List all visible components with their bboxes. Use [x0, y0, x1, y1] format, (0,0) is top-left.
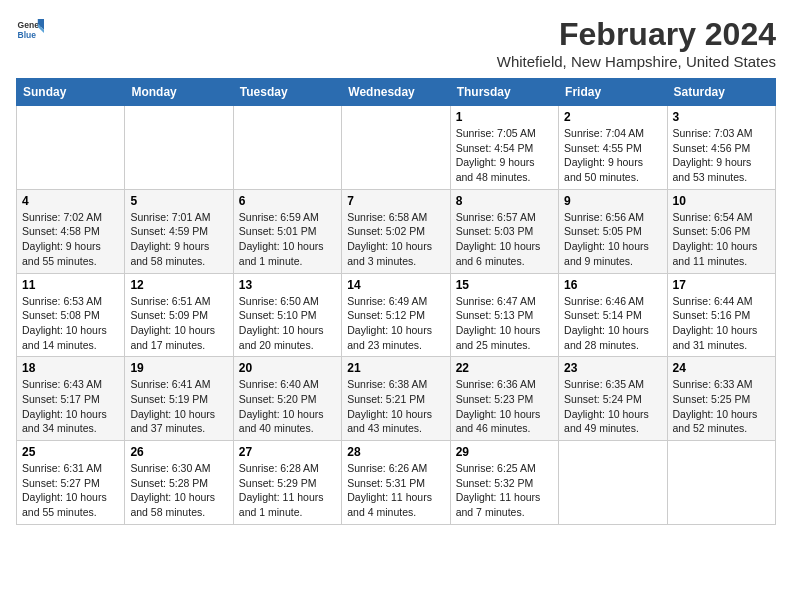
calendar-cell: 21Sunrise: 6:38 AM Sunset: 5:21 PM Dayli… — [342, 357, 450, 441]
calendar-cell: 6Sunrise: 6:59 AM Sunset: 5:01 PM Daylig… — [233, 189, 341, 273]
svg-text:Blue: Blue — [18, 30, 37, 40]
day-info: Sunrise: 6:38 AM Sunset: 5:21 PM Dayligh… — [347, 377, 444, 436]
day-info: Sunrise: 6:25 AM Sunset: 5:32 PM Dayligh… — [456, 461, 553, 520]
day-info: Sunrise: 6:30 AM Sunset: 5:28 PM Dayligh… — [130, 461, 227, 520]
day-info: Sunrise: 6:50 AM Sunset: 5:10 PM Dayligh… — [239, 294, 336, 353]
day-number: 8 — [456, 194, 553, 208]
day-number: 20 — [239, 361, 336, 375]
calendar-cell: 10Sunrise: 6:54 AM Sunset: 5:06 PM Dayli… — [667, 189, 775, 273]
calendar-cell — [559, 441, 667, 525]
day-number: 9 — [564, 194, 661, 208]
logo-icon: General Blue — [16, 16, 44, 44]
col-header-sunday: Sunday — [17, 79, 125, 106]
day-info: Sunrise: 6:44 AM Sunset: 5:16 PM Dayligh… — [673, 294, 770, 353]
calendar-cell: 7Sunrise: 6:58 AM Sunset: 5:02 PM Daylig… — [342, 189, 450, 273]
calendar-cell: 5Sunrise: 7:01 AM Sunset: 4:59 PM Daylig… — [125, 189, 233, 273]
day-info: Sunrise: 7:02 AM Sunset: 4:58 PM Dayligh… — [22, 210, 119, 269]
day-info: Sunrise: 6:36 AM Sunset: 5:23 PM Dayligh… — [456, 377, 553, 436]
calendar-table: SundayMondayTuesdayWednesdayThursdayFrid… — [16, 78, 776, 525]
day-number: 6 — [239, 194, 336, 208]
day-number: 13 — [239, 278, 336, 292]
day-number: 22 — [456, 361, 553, 375]
day-number: 10 — [673, 194, 770, 208]
col-header-saturday: Saturday — [667, 79, 775, 106]
day-number: 18 — [22, 361, 119, 375]
calendar-cell: 9Sunrise: 6:56 AM Sunset: 5:05 PM Daylig… — [559, 189, 667, 273]
col-header-thursday: Thursday — [450, 79, 558, 106]
calendar-cell: 8Sunrise: 6:57 AM Sunset: 5:03 PM Daylig… — [450, 189, 558, 273]
day-info: Sunrise: 6:49 AM Sunset: 5:12 PM Dayligh… — [347, 294, 444, 353]
col-header-friday: Friday — [559, 79, 667, 106]
day-info: Sunrise: 6:33 AM Sunset: 5:25 PM Dayligh… — [673, 377, 770, 436]
day-number: 4 — [22, 194, 119, 208]
calendar-cell: 12Sunrise: 6:51 AM Sunset: 5:09 PM Dayli… — [125, 273, 233, 357]
calendar-cell — [667, 441, 775, 525]
calendar-cell: 1Sunrise: 7:05 AM Sunset: 4:54 PM Daylig… — [450, 106, 558, 190]
day-number: 7 — [347, 194, 444, 208]
day-info: Sunrise: 7:05 AM Sunset: 4:54 PM Dayligh… — [456, 126, 553, 185]
day-info: Sunrise: 6:31 AM Sunset: 5:27 PM Dayligh… — [22, 461, 119, 520]
calendar-cell: 15Sunrise: 6:47 AM Sunset: 5:13 PM Dayli… — [450, 273, 558, 357]
col-header-tuesday: Tuesday — [233, 79, 341, 106]
day-number: 16 — [564, 278, 661, 292]
day-info: Sunrise: 6:54 AM Sunset: 5:06 PM Dayligh… — [673, 210, 770, 269]
day-number: 17 — [673, 278, 770, 292]
calendar-cell: 3Sunrise: 7:03 AM Sunset: 4:56 PM Daylig… — [667, 106, 775, 190]
calendar-cell — [125, 106, 233, 190]
calendar-cell: 27Sunrise: 6:28 AM Sunset: 5:29 PM Dayli… — [233, 441, 341, 525]
day-number: 19 — [130, 361, 227, 375]
calendar-cell: 24Sunrise: 6:33 AM Sunset: 5:25 PM Dayli… — [667, 357, 775, 441]
day-info: Sunrise: 6:59 AM Sunset: 5:01 PM Dayligh… — [239, 210, 336, 269]
calendar-cell: 25Sunrise: 6:31 AM Sunset: 5:27 PM Dayli… — [17, 441, 125, 525]
day-info: Sunrise: 6:51 AM Sunset: 5:09 PM Dayligh… — [130, 294, 227, 353]
calendar-cell: 22Sunrise: 6:36 AM Sunset: 5:23 PM Dayli… — [450, 357, 558, 441]
day-number: 14 — [347, 278, 444, 292]
day-info: Sunrise: 6:26 AM Sunset: 5:31 PM Dayligh… — [347, 461, 444, 520]
day-info: Sunrise: 6:28 AM Sunset: 5:29 PM Dayligh… — [239, 461, 336, 520]
day-number: 1 — [456, 110, 553, 124]
day-number: 23 — [564, 361, 661, 375]
day-number: 27 — [239, 445, 336, 459]
day-number: 24 — [673, 361, 770, 375]
day-number: 26 — [130, 445, 227, 459]
calendar-cell: 18Sunrise: 6:43 AM Sunset: 5:17 PM Dayli… — [17, 357, 125, 441]
calendar-cell: 14Sunrise: 6:49 AM Sunset: 5:12 PM Dayli… — [342, 273, 450, 357]
day-number: 12 — [130, 278, 227, 292]
calendar-cell — [17, 106, 125, 190]
day-info: Sunrise: 6:57 AM Sunset: 5:03 PM Dayligh… — [456, 210, 553, 269]
calendar-cell: 17Sunrise: 6:44 AM Sunset: 5:16 PM Dayli… — [667, 273, 775, 357]
day-info: Sunrise: 6:35 AM Sunset: 5:24 PM Dayligh… — [564, 377, 661, 436]
calendar-cell: 4Sunrise: 7:02 AM Sunset: 4:58 PM Daylig… — [17, 189, 125, 273]
calendar-cell: 2Sunrise: 7:04 AM Sunset: 4:55 PM Daylig… — [559, 106, 667, 190]
day-info: Sunrise: 6:41 AM Sunset: 5:19 PM Dayligh… — [130, 377, 227, 436]
calendar-cell: 28Sunrise: 6:26 AM Sunset: 5:31 PM Dayli… — [342, 441, 450, 525]
day-info: Sunrise: 6:40 AM Sunset: 5:20 PM Dayligh… — [239, 377, 336, 436]
logo: General Blue — [16, 16, 44, 44]
subtitle: Whitefield, New Hampshire, United States — [497, 53, 776, 70]
title-block: February 2024 Whitefield, New Hampshire,… — [497, 16, 776, 70]
day-info: Sunrise: 6:47 AM Sunset: 5:13 PM Dayligh… — [456, 294, 553, 353]
day-number: 25 — [22, 445, 119, 459]
day-number: 2 — [564, 110, 661, 124]
calendar-cell — [342, 106, 450, 190]
day-info: Sunrise: 6:53 AM Sunset: 5:08 PM Dayligh… — [22, 294, 119, 353]
calendar-cell: 26Sunrise: 6:30 AM Sunset: 5:28 PM Dayli… — [125, 441, 233, 525]
calendar-cell: 11Sunrise: 6:53 AM Sunset: 5:08 PM Dayli… — [17, 273, 125, 357]
calendar-cell: 13Sunrise: 6:50 AM Sunset: 5:10 PM Dayli… — [233, 273, 341, 357]
day-number: 11 — [22, 278, 119, 292]
calendar-cell: 20Sunrise: 6:40 AM Sunset: 5:20 PM Dayli… — [233, 357, 341, 441]
day-number: 3 — [673, 110, 770, 124]
day-number: 21 — [347, 361, 444, 375]
day-info: Sunrise: 7:03 AM Sunset: 4:56 PM Dayligh… — [673, 126, 770, 185]
calendar-cell — [233, 106, 341, 190]
calendar-cell: 19Sunrise: 6:41 AM Sunset: 5:19 PM Dayli… — [125, 357, 233, 441]
col-header-monday: Monday — [125, 79, 233, 106]
day-info: Sunrise: 7:04 AM Sunset: 4:55 PM Dayligh… — [564, 126, 661, 185]
calendar-cell: 29Sunrise: 6:25 AM Sunset: 5:32 PM Dayli… — [450, 441, 558, 525]
day-info: Sunrise: 6:46 AM Sunset: 5:14 PM Dayligh… — [564, 294, 661, 353]
day-info: Sunrise: 6:58 AM Sunset: 5:02 PM Dayligh… — [347, 210, 444, 269]
day-number: 28 — [347, 445, 444, 459]
day-info: Sunrise: 6:43 AM Sunset: 5:17 PM Dayligh… — [22, 377, 119, 436]
col-header-wednesday: Wednesday — [342, 79, 450, 106]
day-number: 15 — [456, 278, 553, 292]
